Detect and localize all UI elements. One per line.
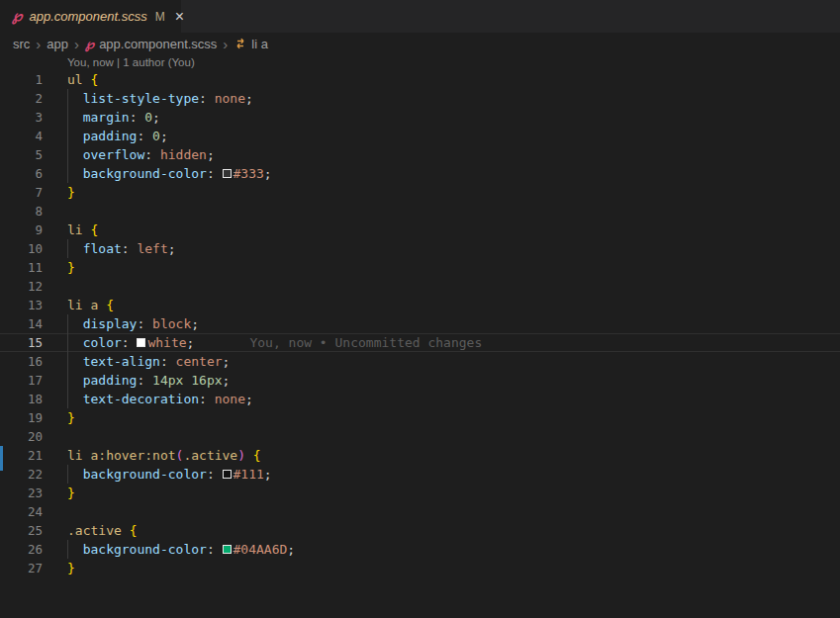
code-token: text-align bbox=[83, 354, 160, 369]
line-number[interactable]: 1 bbox=[0, 70, 43, 89]
code-line[interactable]: 7} bbox=[0, 183, 840, 202]
code-text[interactable]: li a { bbox=[67, 296, 114, 314]
tab-app-component-scss[interactable]: ℘ app.component.scss M × bbox=[0, 0, 182, 33]
code-line[interactable]: 6 background-color: #333; bbox=[0, 164, 840, 183]
code-line[interactable]: 4 padding: 0; bbox=[0, 127, 840, 145]
code-text[interactable]: background-color: #111; bbox=[67, 465, 272, 484]
line-number[interactable]: 21 bbox=[0, 446, 43, 465]
code-token: li a:hover:not bbox=[67, 448, 176, 463]
code-line[interactable]: 5 overflow: hidden; bbox=[0, 145, 840, 164]
line-number[interactable]: 19 bbox=[0, 408, 43, 427]
line-number[interactable]: 18 bbox=[0, 390, 43, 408]
code-line[interactable]: 20 bbox=[0, 427, 840, 446]
code-text[interactable]: .active { bbox=[67, 521, 137, 540]
breadcrumb-item-filename[interactable]: app.component.scss bbox=[99, 37, 217, 51]
code-line[interactable]: 15 color: white;You, now • Uncommitted c… bbox=[0, 333, 840, 352]
code-token: #333 bbox=[233, 166, 264, 181]
line-number[interactable]: 9 bbox=[0, 221, 43, 239]
line-number[interactable]: 8 bbox=[0, 202, 43, 221]
code-text[interactable]: text-decoration: none; bbox=[67, 390, 253, 408]
code-text[interactable]: margin: 0; bbox=[67, 108, 160, 127]
code-text[interactable]: background-color: #04AA6D; bbox=[67, 540, 295, 559]
code-token: { bbox=[253, 448, 261, 463]
codelens-authors[interactable]: You, now | 1 author (You) bbox=[0, 55, 840, 70]
code-token: ; bbox=[168, 241, 176, 256]
code-token bbox=[122, 523, 130, 538]
color-swatch[interactable] bbox=[223, 545, 232, 554]
code-line[interactable]: 26 background-color: #04AA6D; bbox=[0, 540, 840, 559]
breadcrumb-item-symbol[interactable]: li a bbox=[251, 37, 268, 51]
code-text[interactable]: color: white;You, now • Uncommitted chan… bbox=[67, 333, 482, 352]
code-text[interactable]: ul { bbox=[67, 70, 98, 89]
line-number[interactable]: 23 bbox=[0, 484, 43, 502]
code-line[interactable]: 13li a { bbox=[0, 296, 840, 314]
code-text[interactable]: padding: 0; bbox=[67, 127, 168, 145]
line-number[interactable]: 20 bbox=[0, 427, 43, 446]
code-text[interactable]: } bbox=[67, 408, 75, 427]
color-swatch[interactable] bbox=[223, 169, 232, 178]
line-number[interactable]: 17 bbox=[0, 371, 43, 390]
code-text[interactable]: li { bbox=[67, 221, 98, 239]
line-number[interactable]: 24 bbox=[0, 502, 43, 521]
line-number[interactable]: 11 bbox=[0, 258, 43, 277]
code-line[interactable]: 9li { bbox=[0, 221, 840, 239]
line-number[interactable]: 6 bbox=[0, 164, 43, 183]
code-line[interactable]: 1ul { bbox=[0, 70, 840, 89]
line-number[interactable]: 26 bbox=[0, 540, 43, 559]
code-line[interactable]: 17 padding: 14px 16px; bbox=[0, 371, 840, 390]
code-line[interactable]: 21li a:hover:not(.active) { bbox=[0, 446, 840, 465]
code-line[interactable]: 22 background-color: #111; bbox=[0, 465, 840, 484]
code-text[interactable]: text-align: center; bbox=[67, 352, 230, 371]
code-line[interactable]: 2 list-style-type: none; bbox=[0, 89, 840, 108]
breadcrumb-item-app[interactable]: app bbox=[47, 37, 68, 51]
line-number[interactable]: 13 bbox=[0, 296, 43, 314]
line-number[interactable]: 7 bbox=[0, 183, 43, 202]
code-line[interactable]: 10 float: left; bbox=[0, 239, 840, 258]
code-line[interactable]: 16 text-align: center; bbox=[0, 352, 840, 371]
code-text[interactable]: } bbox=[67, 183, 75, 202]
code-line[interactable]: 12 bbox=[0, 277, 840, 296]
code-line[interactable]: 25.active { bbox=[0, 521, 840, 540]
code-text[interactable]: } bbox=[67, 258, 75, 277]
code-text[interactable]: } bbox=[67, 559, 75, 577]
code-token: background-color bbox=[83, 166, 207, 181]
code-text[interactable]: overflow: hidden; bbox=[67, 145, 215, 164]
code-line[interactable]: 27} bbox=[0, 559, 840, 577]
line-number[interactable]: 22 bbox=[0, 465, 43, 484]
code-line[interactable]: 24 bbox=[0, 502, 840, 521]
code-line[interactable]: 8 bbox=[0, 202, 840, 221]
close-icon[interactable]: × bbox=[175, 9, 184, 25]
code-line[interactable]: 19} bbox=[0, 408, 840, 427]
code-line[interactable]: 23} bbox=[0, 484, 840, 502]
line-number[interactable]: 25 bbox=[0, 521, 43, 540]
line-number[interactable]: 14 bbox=[0, 314, 43, 333]
line-number[interactable]: 12 bbox=[0, 277, 43, 296]
line-number[interactable]: 15 bbox=[0, 333, 43, 352]
code-text[interactable]: padding: 14px 16px; bbox=[67, 371, 230, 390]
git-modified-badge: M bbox=[155, 10, 165, 24]
code-text[interactable]: display: block; bbox=[67, 314, 199, 333]
color-swatch[interactable] bbox=[223, 470, 232, 479]
code-token: list-style-type bbox=[83, 91, 199, 106]
code-text[interactable]: } bbox=[67, 484, 75, 502]
color-swatch[interactable] bbox=[137, 338, 145, 347]
code-line[interactable]: 3 margin: 0; bbox=[0, 108, 840, 127]
tab-filename: app.component.scss bbox=[29, 9, 146, 24]
line-number[interactable]: 16 bbox=[0, 352, 43, 371]
code-line[interactable]: 18 text-decoration: none; bbox=[0, 390, 840, 408]
code-line[interactable]: 11} bbox=[0, 258, 840, 277]
code-token: center bbox=[176, 354, 223, 369]
breadcrumb-item-src[interactable]: src bbox=[13, 37, 30, 51]
code-text[interactable]: list-style-type: none; bbox=[67, 89, 253, 108]
code-text[interactable]: float: left; bbox=[67, 239, 176, 258]
code-token bbox=[67, 166, 83, 181]
code-line[interactable]: 14 display: block; bbox=[0, 314, 840, 333]
line-number[interactable]: 10 bbox=[0, 239, 43, 258]
code-text[interactable]: li a:hover:not(.active) { bbox=[67, 446, 261, 465]
line-number[interactable]: 2 bbox=[0, 89, 43, 108]
line-number[interactable]: 5 bbox=[0, 145, 43, 164]
line-number[interactable]: 4 bbox=[0, 127, 43, 145]
code-text[interactable]: background-color: #333; bbox=[67, 164, 272, 183]
line-number[interactable]: 27 bbox=[0, 559, 43, 577]
line-number[interactable]: 3 bbox=[0, 108, 43, 127]
